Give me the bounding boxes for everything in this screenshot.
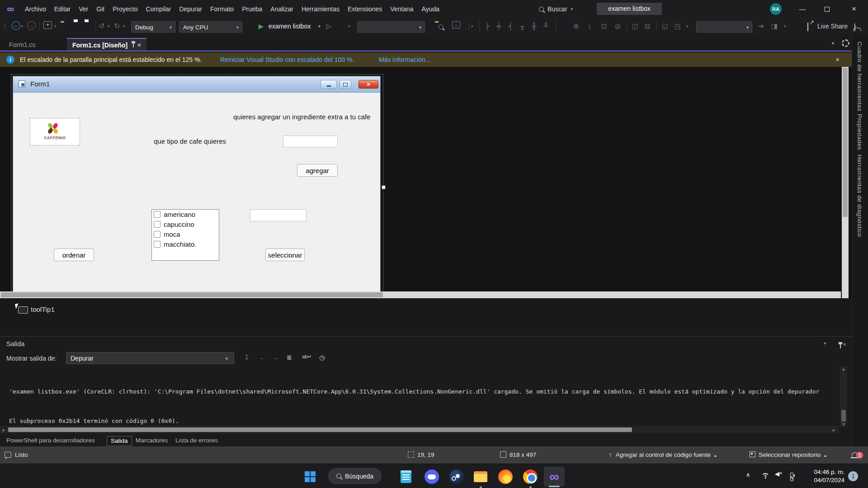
panel-close-icon[interactable]: × bbox=[843, 341, 846, 348]
menu-proyecto[interactable]: Proyecto bbox=[108, 0, 142, 18]
word-wrap-icon[interactable]: ab↵ bbox=[302, 354, 311, 360]
menu-extensiones[interactable]: Extensiones bbox=[344, 0, 386, 18]
checkbox-capuccino[interactable] bbox=[154, 221, 160, 228]
taskbar-app-firefox-icon[interactable] bbox=[496, 468, 514, 486]
form-maximize-button[interactable] bbox=[340, 80, 351, 89]
taskbar-search[interactable]: Búsqueda bbox=[328, 468, 382, 484]
taskbar-app-file-explorer-icon[interactable] bbox=[472, 468, 490, 486]
previous-message-icon[interactable]: ← bbox=[259, 354, 266, 361]
checkbox-moca[interactable] bbox=[154, 231, 160, 238]
menu-analizar[interactable]: Analizar bbox=[266, 0, 297, 18]
navigate-forward-icon[interactable]: → bbox=[27, 21, 36, 30]
redo-caret[interactable]: ▾ bbox=[123, 21, 125, 31]
label-tipo-cafe[interactable]: que tipo de cafe quieres bbox=[154, 137, 226, 145]
add-to-source-control-button[interactable]: ↑Agregar al control de código fuente▴ bbox=[609, 446, 716, 464]
align-lefts-icon[interactable]: ╞ bbox=[485, 21, 490, 31]
form-client-area[interactable]: CAFFENIO quieres agregar un ingrediente … bbox=[13, 92, 380, 292]
output-source-dropdown[interactable]: Depurar ▾ bbox=[66, 352, 234, 364]
secondary-dropdown[interactable]: ▾ bbox=[696, 21, 752, 33]
make-same-width-icon[interactable]: ⊛ bbox=[573, 21, 579, 31]
tray-chevron-icon[interactable]: ∧ bbox=[746, 471, 750, 478]
taskbar-app-visual-studio-icon[interactable]: ∞ bbox=[545, 468, 563, 486]
startup-project-label[interactable]: examen listbox bbox=[269, 21, 311, 31]
clear-all-icon[interactable]: ≣ bbox=[287, 354, 292, 361]
picturebox-caffenio[interactable]: CAFFENIO bbox=[30, 118, 80, 145]
undo-caret[interactable]: ▾ bbox=[108, 21, 110, 31]
menu-ayuda[interactable]: Ayuda bbox=[418, 0, 443, 18]
button-seleccionar[interactable]: seleccionar bbox=[265, 249, 305, 261]
layout-caret[interactable]: ▾ bbox=[686, 21, 689, 31]
scrollbar-thumb[interactable] bbox=[8, 427, 632, 432]
label-ingrediente-extra[interactable]: quieres agregar un ingrediente extra a t… bbox=[233, 113, 371, 121]
search-button[interactable]: Buscar ▾ bbox=[539, 0, 573, 18]
menu-git[interactable]: Git bbox=[92, 0, 108, 18]
button-agregar[interactable]: agregar bbox=[297, 164, 338, 177]
scrollbar-thumb[interactable] bbox=[1, 292, 383, 297]
design-form-window[interactable]: Form1 × CAFFENIO qui bbox=[13, 76, 381, 292]
save-output-icon[interactable]: ↧ bbox=[244, 354, 250, 361]
make-same-size-icon[interactable]: ⊡ bbox=[601, 21, 607, 31]
button-ordenar[interactable]: ordenar bbox=[54, 249, 94, 261]
tab-form1-cs[interactable]: Form1.cs bbox=[2, 38, 42, 52]
scroll-right-icon[interactable]: ▸ bbox=[833, 427, 835, 432]
start-without-debug-icon[interactable]: ▷ bbox=[326, 21, 331, 31]
menu-editar[interactable]: Editar bbox=[50, 0, 75, 18]
send-to-back-icon[interactable]: ◳ bbox=[675, 21, 681, 31]
property-pages-icon[interactable]: ◨ bbox=[771, 21, 778, 31]
scroll-up-icon[interactable]: ▴ bbox=[842, 366, 844, 371]
infobar-close-icon[interactable]: × bbox=[835, 56, 840, 63]
align-centers-icon[interactable]: ╪ bbox=[496, 21, 501, 31]
size-to-grid-icon[interactable]: ◎ bbox=[615, 21, 621, 31]
toolbar-options-caret[interactable]: ▾ bbox=[784, 21, 786, 31]
menu-prueba[interactable]: Prueba bbox=[238, 0, 266, 18]
menu-compilar[interactable]: Compilar bbox=[142, 0, 175, 18]
taskbar-clock[interactable]: 04:46 p. m. 04/07/2024 bbox=[814, 468, 844, 484]
redo-icon[interactable]: ↻ bbox=[114, 21, 120, 31]
taskbar-app-notepad-icon[interactable] bbox=[397, 468, 415, 486]
pin-icon[interactable] bbox=[133, 43, 134, 47]
tooltip-component-label[interactable]: toolTip1 bbox=[31, 305, 55, 313]
textbox-seleccion[interactable] bbox=[250, 209, 307, 221]
tab-marcadores[interactable]: Marcadores bbox=[136, 436, 168, 445]
sidebar-tab-herramientas-diagnostico[interactable]: Herramientas de diagnóstico bbox=[856, 155, 863, 237]
align-bottoms-icon[interactable]: ╨ bbox=[543, 21, 548, 31]
output-vertical-scrollbar[interactable]: ▴ ▾ bbox=[840, 366, 847, 427]
menu-formato[interactable]: Formato bbox=[206, 0, 238, 18]
notifications-button[interactable]: 1 bbox=[852, 446, 858, 464]
form-title-bar[interactable]: Form1 × bbox=[13, 76, 380, 93]
taskbar-app-discord-icon[interactable] bbox=[423, 468, 441, 486]
sidebar-tab-propiedades[interactable]: Propiedades bbox=[856, 114, 863, 150]
feedback-icon[interactable] bbox=[854, 23, 855, 32]
user-avatar[interactable]: RA bbox=[770, 3, 782, 15]
menu-ventana[interactable]: Ventana bbox=[386, 0, 417, 18]
form-resize-handle[interactable] bbox=[382, 185, 386, 189]
navigate-back-caret[interactable]: ▾ bbox=[21, 21, 24, 31]
next-message-icon[interactable]: → bbox=[272, 354, 278, 361]
startup-project-caret[interactable]: ▾ bbox=[318, 21, 321, 31]
panel-position-caret-icon[interactable]: ▾ bbox=[824, 341, 826, 346]
visual-studio-logo-icon[interactable]: ∞ bbox=[0, 0, 21, 18]
taskbar-app-chrome-icon[interactable] bbox=[521, 468, 539, 486]
tab-lista-errores[interactable]: Lista de errores bbox=[175, 436, 218, 445]
toolbar-grip[interactable]: ⁞ bbox=[4, 21, 5, 31]
list-item[interactable]: americano bbox=[152, 210, 219, 220]
menu-ver[interactable]: Ver bbox=[75, 0, 92, 18]
navigate-back-icon[interactable]: ← bbox=[12, 21, 20, 30]
taskbar-app-steam-icon[interactable] bbox=[448, 468, 466, 486]
list-item[interactable]: capuccino bbox=[152, 220, 219, 230]
bring-to-front-icon[interactable]: ◱ bbox=[662, 21, 668, 31]
menu-archivo[interactable]: Archivo bbox=[21, 0, 50, 18]
window-close-button[interactable]: × bbox=[844, 0, 864, 18]
make-same-height-icon[interactable]: ↕ bbox=[588, 21, 591, 31]
window-minimize-button[interactable]: — bbox=[792, 0, 813, 18]
start-debug-icon[interactable]: ▶ bbox=[259, 21, 264, 31]
align-tops-icon[interactable]: ╥ bbox=[520, 21, 525, 31]
timestamp-icon[interactable]: ◷ bbox=[319, 354, 325, 361]
undo-icon[interactable]: ↺ bbox=[99, 21, 104, 31]
checkbox-americano[interactable] bbox=[154, 211, 160, 218]
output-horizontal-scrollbar[interactable]: ◂ ▸ bbox=[0, 426, 839, 433]
vertical-spacing-icon[interactable]: ⊟ bbox=[645, 21, 651, 31]
textbox-tipo-cafe[interactable] bbox=[283, 136, 338, 147]
volume-muted-icon[interactable]: ◀× bbox=[775, 470, 782, 477]
tab-form1-cs-diseno[interactable]: Form1.cs [Diseño] × bbox=[67, 38, 146, 52]
